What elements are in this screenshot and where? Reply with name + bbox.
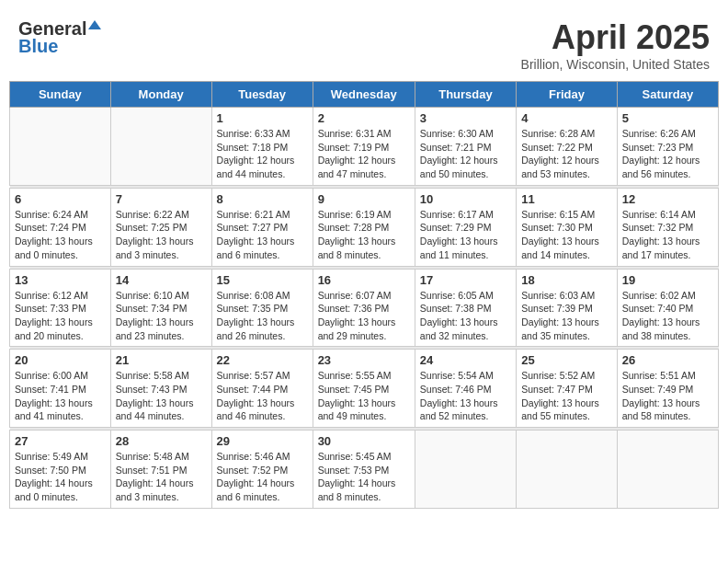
calendar-cell-5-6 (517, 431, 618, 509)
day-number: 26 (622, 353, 713, 367)
day-number: 21 (116, 353, 207, 367)
day-info: Sunrise: 6:24 AM Sunset: 7:24 PM Dayligh… (15, 208, 106, 262)
logo: General Blue (18, 18, 101, 57)
day-info: Sunrise: 6:33 AM Sunset: 7:18 PM Dayligh… (217, 127, 308, 181)
day-number: 30 (318, 434, 410, 448)
day-info: Sunrise: 5:55 AM Sunset: 7:45 PM Dayligh… (318, 369, 410, 423)
day-number: 19 (622, 273, 713, 287)
day-info: Sunrise: 6:07 AM Sunset: 7:36 PM Dayligh… (318, 289, 410, 343)
calendar-cell-4-2: 21Sunrise: 5:58 AM Sunset: 7:43 PM Dayli… (110, 350, 211, 428)
day-info: Sunrise: 5:49 AM Sunset: 7:50 PM Dayligh… (15, 450, 106, 504)
calendar-cell-1-7: 5Sunrise: 6:26 AM Sunset: 7:23 PM Daylig… (617, 108, 718, 186)
day-number: 29 (217, 434, 308, 448)
week-row-3: 13Sunrise: 6:12 AM Sunset: 7:33 PM Dayli… (10, 269, 719, 347)
day-number: 9 (318, 192, 410, 206)
calendar-cell-2-1: 6Sunrise: 6:24 AM Sunset: 7:24 PM Daylig… (10, 188, 111, 266)
weekday-header-friday: Friday (517, 82, 618, 108)
day-number: 14 (116, 273, 207, 287)
day-info: Sunrise: 5:57 AM Sunset: 7:44 PM Dayligh… (217, 369, 308, 423)
day-number: 5 (622, 111, 713, 125)
day-number: 24 (420, 353, 511, 367)
calendar-cell-3-1: 13Sunrise: 6:12 AM Sunset: 7:33 PM Dayli… (10, 269, 111, 347)
calendar-cell-3-2: 14Sunrise: 6:10 AM Sunset: 7:34 PM Dayli… (110, 269, 211, 347)
day-info: Sunrise: 6:26 AM Sunset: 7:23 PM Dayligh… (622, 127, 713, 181)
day-info: Sunrise: 6:05 AM Sunset: 7:38 PM Dayligh… (420, 289, 511, 343)
day-info: Sunrise: 6:00 AM Sunset: 7:41 PM Dayligh… (15, 369, 106, 423)
day-info: Sunrise: 5:45 AM Sunset: 7:53 PM Dayligh… (318, 450, 410, 504)
day-info: Sunrise: 6:22 AM Sunset: 7:25 PM Dayligh… (116, 208, 207, 262)
day-info: Sunrise: 6:17 AM Sunset: 7:29 PM Dayligh… (420, 208, 511, 262)
calendar-cell-2-2: 7Sunrise: 6:22 AM Sunset: 7:25 PM Daylig… (110, 188, 211, 266)
day-number: 1 (217, 111, 308, 125)
day-number: 25 (521, 353, 612, 367)
day-info: Sunrise: 6:12 AM Sunset: 7:33 PM Dayligh… (15, 289, 106, 343)
calendar-cell-1-5: 3Sunrise: 6:30 AM Sunset: 7:21 PM Daylig… (415, 108, 516, 186)
day-number: 28 (116, 434, 207, 448)
logo-arrow-icon (88, 20, 101, 37)
day-number: 4 (521, 111, 612, 125)
day-info: Sunrise: 6:21 AM Sunset: 7:27 PM Dayligh… (217, 208, 308, 262)
day-number: 27 (15, 434, 106, 448)
logo-blue-text: Blue (18, 36, 58, 57)
calendar-cell-5-7 (617, 431, 718, 509)
day-info: Sunrise: 6:10 AM Sunset: 7:34 PM Dayligh… (116, 289, 207, 343)
calendar-cell-1-3: 1Sunrise: 6:33 AM Sunset: 7:18 PM Daylig… (211, 108, 313, 186)
day-info: Sunrise: 6:28 AM Sunset: 7:22 PM Dayligh… (521, 127, 612, 181)
weekday-header-tuesday: Tuesday (211, 82, 313, 108)
calendar-cell-3-6: 18Sunrise: 6:03 AM Sunset: 7:39 PM Dayli… (517, 269, 618, 347)
calendar-cell-3-7: 19Sunrise: 6:02 AM Sunset: 7:40 PM Dayli… (617, 269, 718, 347)
svg-marker-0 (88, 20, 101, 29)
calendar-cell-3-5: 17Sunrise: 6:05 AM Sunset: 7:38 PM Dayli… (415, 269, 516, 347)
calendar-cell-2-6: 11Sunrise: 6:15 AM Sunset: 7:30 PM Dayli… (517, 188, 618, 266)
day-number: 22 (217, 353, 308, 367)
day-number: 6 (15, 192, 106, 206)
location-text: Brillion, Wisconsin, United States (521, 57, 710, 72)
day-info: Sunrise: 6:31 AM Sunset: 7:19 PM Dayligh… (318, 127, 410, 181)
calendar-cell-2-4: 9Sunrise: 6:19 AM Sunset: 7:28 PM Daylig… (313, 188, 415, 266)
calendar-cell-4-6: 25Sunrise: 5:52 AM Sunset: 7:47 PM Dayli… (517, 350, 618, 428)
day-info: Sunrise: 5:46 AM Sunset: 7:52 PM Dayligh… (217, 450, 308, 504)
weekday-header-sunday: Sunday (10, 82, 111, 108)
calendar-cell-2-3: 8Sunrise: 6:21 AM Sunset: 7:27 PM Daylig… (211, 188, 313, 266)
week-row-2: 6Sunrise: 6:24 AM Sunset: 7:24 PM Daylig… (10, 188, 719, 266)
day-number: 20 (15, 353, 106, 367)
day-number: 16 (318, 273, 410, 287)
calendar-cell-5-2: 28Sunrise: 5:48 AM Sunset: 7:51 PM Dayli… (110, 431, 211, 509)
day-number: 3 (420, 111, 511, 125)
day-number: 13 (15, 273, 106, 287)
calendar-cell-4-1: 20Sunrise: 6:00 AM Sunset: 7:41 PM Dayli… (10, 350, 111, 428)
calendar-cell-2-5: 10Sunrise: 6:17 AM Sunset: 7:29 PM Dayli… (415, 188, 516, 266)
day-info: Sunrise: 6:14 AM Sunset: 7:32 PM Dayligh… (622, 208, 713, 262)
day-number: 10 (420, 192, 511, 206)
calendar-cell-3-4: 16Sunrise: 6:07 AM Sunset: 7:36 PM Dayli… (313, 269, 415, 347)
day-info: Sunrise: 5:54 AM Sunset: 7:46 PM Dayligh… (420, 369, 511, 423)
day-number: 18 (521, 273, 612, 287)
week-row-4: 20Sunrise: 6:00 AM Sunset: 7:41 PM Dayli… (10, 350, 719, 428)
weekday-header-thursday: Thursday (415, 82, 516, 108)
calendar-cell-5-5 (415, 431, 516, 509)
day-info: Sunrise: 6:08 AM Sunset: 7:35 PM Dayligh… (217, 289, 308, 343)
day-number: 8 (217, 192, 308, 206)
day-info: Sunrise: 6:03 AM Sunset: 7:39 PM Dayligh… (521, 289, 612, 343)
weekday-header-row: SundayMondayTuesdayWednesdayThursdayFrid… (10, 82, 719, 108)
title-section: April 2025 Brillion, Wisconsin, United S… (521, 18, 710, 72)
week-row-1: 1Sunrise: 6:33 AM Sunset: 7:18 PM Daylig… (10, 108, 719, 186)
day-number: 17 (420, 273, 511, 287)
calendar-cell-4-4: 23Sunrise: 5:55 AM Sunset: 7:45 PM Dayli… (313, 350, 415, 428)
calendar-cell-4-5: 24Sunrise: 5:54 AM Sunset: 7:46 PM Dayli… (415, 350, 516, 428)
calendar-cell-1-4: 2Sunrise: 6:31 AM Sunset: 7:19 PM Daylig… (313, 108, 415, 186)
weekday-header-wednesday: Wednesday (313, 82, 415, 108)
weekday-header-saturday: Saturday (617, 82, 718, 108)
day-info: Sunrise: 6:15 AM Sunset: 7:30 PM Dayligh… (521, 208, 612, 262)
calendar-cell-1-6: 4Sunrise: 6:28 AM Sunset: 7:22 PM Daylig… (517, 108, 618, 186)
day-number: 23 (318, 353, 410, 367)
day-info: Sunrise: 6:02 AM Sunset: 7:40 PM Dayligh… (622, 289, 713, 343)
day-number: 12 (622, 192, 713, 206)
day-number: 11 (521, 192, 612, 206)
day-number: 2 (318, 111, 410, 125)
calendar-cell-1-1 (10, 108, 111, 186)
day-info: Sunrise: 5:58 AM Sunset: 7:43 PM Dayligh… (116, 369, 207, 423)
calendar-cell-4-3: 22Sunrise: 5:57 AM Sunset: 7:44 PM Dayli… (211, 350, 313, 428)
day-info: Sunrise: 6:30 AM Sunset: 7:21 PM Dayligh… (420, 127, 511, 181)
day-info: Sunrise: 5:48 AM Sunset: 7:51 PM Dayligh… (116, 450, 207, 504)
